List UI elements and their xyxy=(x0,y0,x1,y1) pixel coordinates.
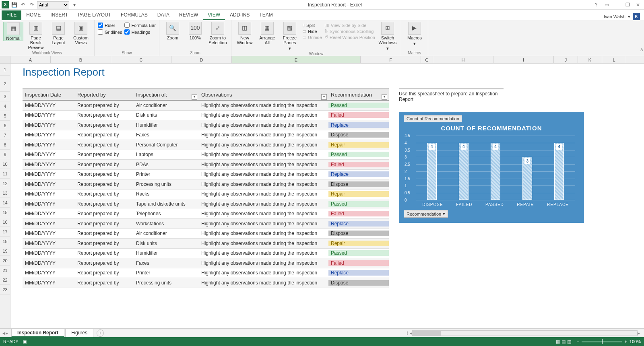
row-header-1[interactable]: 1 xyxy=(0,64,10,76)
zoom-control[interactable]: − + 100% xyxy=(577,339,641,344)
filter-icon[interactable]: ▾ xyxy=(192,94,197,100)
table-row[interactable]: MM/DD/YYYYReport prepared byLaptopsHighl… xyxy=(23,150,389,160)
headings-checkbox[interactable]: Headings xyxy=(124,29,156,35)
save-icon[interactable]: 💾 xyxy=(10,1,18,8)
zoom-in-icon[interactable]: + xyxy=(624,339,627,344)
row-header-22[interactable]: 22 xyxy=(0,275,10,285)
table-row[interactable]: MM/DD/YYYYReport prepared byFaxesHighlig… xyxy=(23,130,389,140)
row-header-18[interactable]: 18 xyxy=(0,237,10,246)
page-layout-button[interactable]: ▤Page Layout xyxy=(48,22,68,45)
horizontal-scrollbar[interactable]: ⁞ ◂ ▸ xyxy=(108,330,640,336)
row-header-5[interactable]: 5 xyxy=(0,111,10,121)
col-header-F[interactable]: F xyxy=(361,56,421,63)
zoom-selection-button[interactable]: ⤢Zoom to Selection xyxy=(208,22,228,45)
macros-button[interactable]: ▶Macros▾ xyxy=(405,22,425,46)
split-button[interactable]: ▯ Split xyxy=(302,23,322,28)
sheet-content[interactable]: Inspection Report Inspection DateReporte… xyxy=(10,64,644,328)
col-header-J[interactable]: J xyxy=(554,56,578,63)
row-headers[interactable]: 1234567891011121314151617181920212223 xyxy=(0,64,10,328)
tab-review[interactable]: REVIEW xyxy=(174,10,203,20)
row-header-17[interactable]: 17 xyxy=(0,227,10,237)
side-by-side-button[interactable]: ▯▯ View Side by Side xyxy=(324,23,375,28)
close-icon[interactable]: ✕ xyxy=(634,1,642,8)
macro-record-icon[interactable]: ▣ xyxy=(23,339,27,344)
table-row[interactable]: MM/DD/YYYYReport prepared byHumidifierHi… xyxy=(23,249,389,259)
view-shortcuts[interactable]: ▦▤▥ xyxy=(555,339,572,344)
account-user[interactable]: Ivan Walsh▾ K xyxy=(604,13,642,20)
tab-formulas[interactable]: FORMULAS xyxy=(116,10,153,20)
new-sheet-button[interactable]: + xyxy=(97,330,104,337)
sheet-nav[interactable]: ◂▸ xyxy=(0,330,10,336)
unhide-button[interactable]: ▭ Unhide xyxy=(302,35,322,40)
row-header-21[interactable]: 21 xyxy=(0,266,10,275)
hide-button[interactable]: ▭ Hide xyxy=(302,29,322,34)
table-row[interactable]: MM/DD/YYYYReport prepared byFaxesHighlig… xyxy=(23,258,389,268)
ruler-checkbox[interactable]: Ruler xyxy=(98,23,122,28)
tab-add-ins[interactable]: ADD-INS xyxy=(225,10,254,20)
row-header-19[interactable]: 19 xyxy=(0,246,10,256)
table-row[interactable]: MM/DD/YYYYReport prepared byPrinterHighl… xyxy=(23,170,389,180)
col-header-H[interactable]: H xyxy=(433,56,493,63)
pivot-chart[interactable]: Count of Recommendation COUNT OF RECOMME… xyxy=(399,112,584,223)
arrange-all-button[interactable]: ▦Arrange All xyxy=(257,22,277,45)
gridlines-checkbox[interactable]: Gridlines xyxy=(98,29,122,35)
zoom-100-button[interactable]: 100100% xyxy=(185,22,205,40)
pivot-values-field[interactable]: Count of Recommendation xyxy=(404,115,462,122)
qat-more-icon[interactable]: ▾ xyxy=(71,1,78,8)
table-row[interactable]: MM/DD/YYYYReport prepared byProcessing u… xyxy=(23,278,389,288)
row-header-8[interactable]: 8 xyxy=(0,140,10,150)
row-header-12[interactable]: 12 xyxy=(0,179,10,188)
custom-views-button[interactable]: ▣Custom Views xyxy=(71,22,91,45)
table-row[interactable]: MM/DD/YYYYReport prepared byTelephonesHi… xyxy=(23,209,389,219)
table-row[interactable]: MM/DD/YYYYReport prepared byPDAsHighligh… xyxy=(23,160,389,170)
table-row[interactable]: MM/DD/YYYYReport prepared byProcessing u… xyxy=(23,179,389,189)
table-row[interactable]: MM/DD/YYYYReport prepared byDisk unitsHi… xyxy=(23,239,389,249)
col-header-E[interactable]: E xyxy=(232,56,361,63)
minimize-icon[interactable]: — xyxy=(613,1,621,8)
row-header-20[interactable]: 20 xyxy=(0,256,10,266)
help-icon[interactable]: ? xyxy=(592,1,600,8)
tab-data[interactable]: DATA xyxy=(153,10,174,20)
table-row[interactable]: MM/DD/YYYYReport prepared byTape and dis… xyxy=(23,199,389,209)
table-row[interactable]: MM/DD/YYYYReport prepared byAir conditio… xyxy=(23,101,389,111)
table-row[interactable]: MM/DD/YYYYReport prepared byPrinterHighl… xyxy=(23,268,389,278)
zoom-button[interactable]: 🔍Zoom xyxy=(163,22,183,40)
switch-windows-button[interactable]: ⊞Switch Windows▾ xyxy=(378,22,398,51)
row-header-10[interactable]: 10 xyxy=(0,159,10,169)
row-header-14[interactable]: 14 xyxy=(0,198,10,208)
freeze-panes-button[interactable]: ▧Freeze Panes▾ xyxy=(280,22,300,51)
sheet-tab[interactable]: Inspection Report xyxy=(11,329,64,337)
row-header-16[interactable]: 16 xyxy=(0,217,10,227)
new-window-button[interactable]: ◫New Window xyxy=(235,22,255,45)
table-row[interactable]: MM/DD/YYYYReport prepared byRacksHighlig… xyxy=(23,189,389,200)
tab-insert[interactable]: INSERT xyxy=(45,10,73,20)
tab-view[interactable]: VIEW xyxy=(203,10,225,20)
redo-icon[interactable]: ↷ xyxy=(28,1,35,8)
row-header-3[interactable]: 3 xyxy=(0,92,10,101)
tab-home[interactable]: HOME xyxy=(21,10,45,20)
tab-page-layout[interactable]: PAGE LAYOUT xyxy=(73,10,116,20)
row-header-13[interactable]: 13 xyxy=(0,188,10,198)
table-row[interactable]: MM/DD/YYYYReport prepared byWorkstations… xyxy=(23,219,389,229)
col-header-B[interactable]: B xyxy=(51,56,111,63)
worksheet[interactable]: 1234567891011121314151617181920212223 In… xyxy=(0,64,644,328)
col-header-G[interactable]: G xyxy=(421,56,433,63)
font-selector[interactable]: Arial xyxy=(37,1,69,8)
row-header-15[interactable]: 15 xyxy=(0,208,10,217)
tab-file[interactable]: FILE xyxy=(2,10,21,20)
sync-scroll-button[interactable]: ⇅ Synchronous Scrolling xyxy=(324,29,375,34)
zoom-level[interactable]: 100% xyxy=(630,339,641,344)
formula-bar-checkbox[interactable]: Formula Bar xyxy=(124,23,156,28)
table-row[interactable]: MM/DD/YYYYReport prepared byHumidifierHi… xyxy=(23,120,389,130)
pivot-axis-field[interactable]: Recommendation ▾ xyxy=(404,210,448,218)
zoom-out-icon[interactable]: − xyxy=(577,339,579,344)
sheet-tab[interactable]: Figures xyxy=(65,329,93,337)
select-all-corner[interactable] xyxy=(0,56,10,63)
table-row[interactable]: MM/DD/YYYYReport prepared byDisk unitsHi… xyxy=(23,111,389,121)
filter-icon[interactable]: ▾ xyxy=(321,94,327,100)
row-header-2[interactable]: 2 xyxy=(0,76,10,92)
collapse-ribbon-icon[interactable]: ᐱ xyxy=(640,47,643,52)
col-header-K[interactable]: K xyxy=(578,56,602,63)
normal-view-button[interactable]: ▦Normal xyxy=(3,22,23,41)
col-header-C[interactable]: C xyxy=(111,56,171,63)
